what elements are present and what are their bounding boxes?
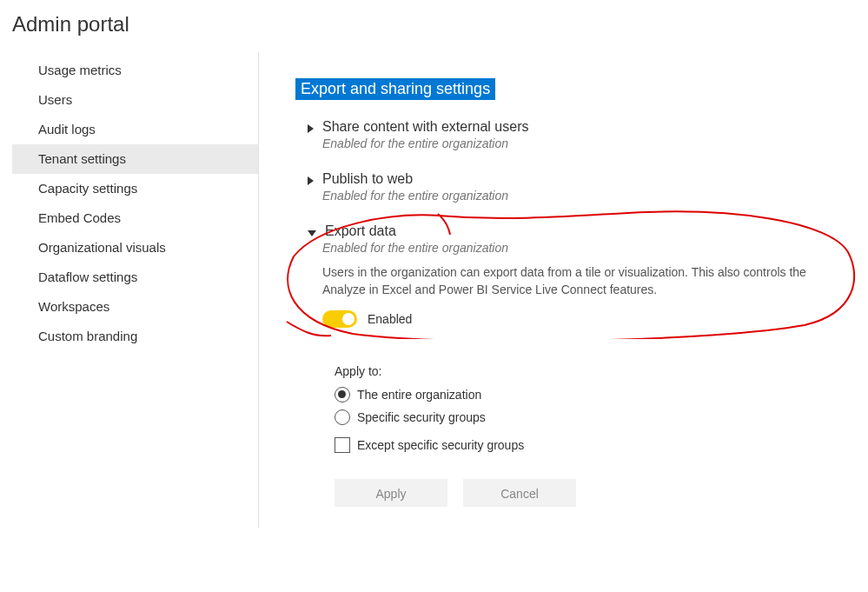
setting-export-data-header[interactable]: Export data bbox=[308, 223, 842, 239]
page-title: Admin portal bbox=[12, 12, 868, 37]
setting-publish-web[interactable]: Publish to web Enabled for the entire or… bbox=[295, 171, 842, 203]
checkbox-label: Except specific security groups bbox=[357, 438, 524, 452]
sidebar-item-capacity-settings[interactable]: Capacity settings bbox=[12, 174, 258, 203]
sidebar-nav: Usage metrics Users Audit logs Tenant se… bbox=[12, 52, 259, 528]
apply-button[interactable]: Apply bbox=[335, 479, 447, 507]
setting-title: Share content with external users bbox=[322, 119, 528, 135]
toggle-label: Enabled bbox=[368, 312, 412, 326]
section-heading: Export and sharing settings bbox=[295, 78, 495, 100]
sidebar-item-audit-logs[interactable]: Audit logs bbox=[12, 115, 258, 144]
sidebar-item-organizational-visuals[interactable]: Organizational visuals bbox=[12, 233, 258, 263]
chevron-right-icon bbox=[308, 124, 314, 133]
radio-icon bbox=[335, 387, 350, 402]
setting-status: Enabled for the entire organization bbox=[322, 241, 842, 255]
sidebar-item-workspaces[interactable]: Workspaces bbox=[12, 292, 258, 322]
sidebar-item-custom-branding[interactable]: Custom branding bbox=[12, 322, 258, 351]
radio-specific-security-groups[interactable]: Specific security groups bbox=[335, 409, 842, 425]
sidebar-item-embed-codes[interactable]: Embed Codes bbox=[12, 203, 258, 233]
radio-label: The entire organization bbox=[357, 388, 481, 402]
radio-label: Specific security groups bbox=[357, 410, 486, 424]
main-content: Export and sharing settings Share conten… bbox=[259, 52, 868, 528]
setting-title: Publish to web bbox=[322, 171, 413, 187]
checkbox-except-specific-groups[interactable]: Except specific security groups bbox=[335, 437, 842, 453]
setting-export-data: Export data Enabled for the entire organ… bbox=[295, 223, 842, 507]
sidebar-item-users[interactable]: Users bbox=[12, 85, 258, 115]
sidebar-item-usage-metrics[interactable]: Usage metrics bbox=[12, 56, 258, 85]
chevron-right-icon bbox=[308, 176, 314, 185]
apply-to-label: Apply to: bbox=[335, 364, 842, 378]
checkbox-icon bbox=[335, 437, 350, 453]
cancel-button[interactable]: Cancel bbox=[463, 479, 576, 507]
setting-description: Users in the organization can export dat… bbox=[322, 263, 842, 298]
setting-share-external[interactable]: Share content with external users Enable… bbox=[295, 119, 842, 150]
sidebar-item-dataflow-settings[interactable]: Dataflow settings bbox=[12, 263, 258, 292]
radio-icon bbox=[335, 409, 350, 425]
sidebar-item-tenant-settings[interactable]: Tenant settings bbox=[12, 144, 258, 174]
enabled-toggle[interactable] bbox=[322, 310, 357, 328]
setting-status: Enabled for the entire organization bbox=[322, 136, 842, 150]
setting-title: Export data bbox=[325, 223, 396, 239]
setting-status: Enabled for the entire organization bbox=[322, 189, 842, 203]
radio-entire-organization[interactable]: The entire organization bbox=[335, 387, 842, 402]
toggle-knob-icon bbox=[342, 313, 354, 325]
chevron-down-icon bbox=[308, 230, 316, 236]
